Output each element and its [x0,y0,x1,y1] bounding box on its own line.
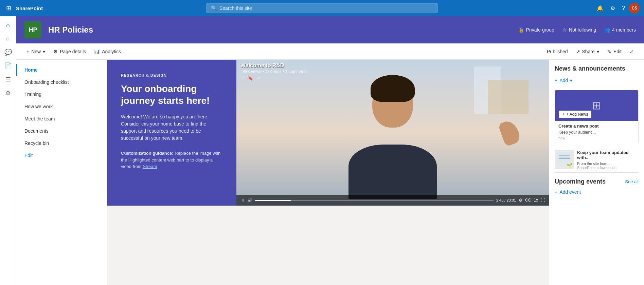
page-main-content: RESEARCH & DESIGN Your onboarding journe… [107,60,549,285]
edit-button[interactable]: ✎ Edit [604,47,625,56]
top-nav-right: 🔔 ⚙ ? CS [594,3,640,14]
lock-icon: 🔒 [518,27,524,33]
stream-link[interactable]: Stream [143,164,157,169]
sidebar-icon-globe[interactable]: ○ [2,33,14,45]
app-name: SharePoint [16,5,43,11]
following-label: Not following [569,27,596,33]
nav-item-recyclebin[interactable]: Recycle bin [16,137,107,149]
share-icon: ↗ [576,49,580,54]
new-label: New [31,49,41,54]
see-all-events-link[interactable]: See all [625,179,639,184]
nav-item-home[interactable]: Home [16,64,107,76]
sidebar-icons: ⌂ ○ 💬 📄 ☰ ⊕ [0,16,16,285]
news-card-body: Create a news post Keep your audienc... … [555,121,638,143]
sidebar-icon-chat[interactable]: 💬 [2,46,14,58]
video-overlay: Welcome to R&D 288K views • 13K likes • … [240,62,545,81]
news-card-2: 🌱 Keep your team updated with... From th… [555,147,639,173]
search-bar: 🔍 [207,3,437,13]
video-action-icons: ♡ 🔖 ↗ [240,75,545,81]
thumb-lines [559,155,570,159]
add-plus-icon: + [555,78,557,83]
create-news-card: ⊞ + + Add News Create a news post Keep y… [555,90,639,143]
expand-button[interactable]: ⤢ [626,47,637,56]
help-icon[interactable]: ? [619,3,628,13]
hero-category: RESEARCH & DESIGN [121,73,223,77]
members-icon: 👥 [604,27,610,33]
progress-fill [255,200,291,201]
following-action[interactable]: ☆ Not following [562,27,596,33]
hero-video[interactable]: Welcome to R&D 288K views • 13K likes • … [236,60,549,206]
nav-item-training[interactable]: Training [16,88,107,100]
toolbar-right: Published ↗ Share ▾ ✎ Edit ⤢ [543,47,637,56]
nav-item-meettheteam[interactable]: Meet the team [16,113,107,125]
thumb-screen [556,152,570,163]
volume-button[interactable]: 🔊 [247,198,252,203]
video-bookmark-icon[interactable]: 🔖 [248,75,253,81]
video-like-icon[interactable]: ♡ [240,75,245,81]
plus-icon: + [26,49,29,54]
share-button[interactable]: ↗ Share ▾ [573,47,603,56]
thumb-line-1 [559,155,570,156]
analytics-label: Analytics [102,49,121,54]
pause-button[interactable]: ⏸ [240,198,245,203]
news-panel-title: News & announcements [555,65,639,72]
customization-end: . [158,164,160,169]
site-header-right: 🔒 Private group ☆ Not following 👥 4 memb… [518,27,636,33]
expand-icon: ⤢ [630,49,634,54]
news-card2-time: a few secon [597,166,617,170]
news-card2-title: Keep your team updated with... [577,150,639,160]
chevron-down-icon: ▾ [43,49,45,54]
settings-video-icon[interactable]: ⚙ [519,198,522,203]
create-news-meta: now [558,136,635,140]
video-share-icon[interactable]: ↗ [256,75,260,81]
sidebar-icon-home[interactable]: ⌂ [2,19,14,31]
nav-item-onboarding[interactable]: Onboarding checklist [16,76,107,88]
search-icon: 🔍 [211,5,217,11]
progress-bar[interactable] [255,200,494,201]
hero-body: Welcome! We are so happy you are here. C… [121,113,223,142]
cc-button[interactable]: CC [525,198,531,203]
hero-customization: Customization guidance: Replace the imag… [121,150,223,170]
nav-item-edit[interactable]: Edit [16,149,107,162]
notifications-icon[interactable]: 🔔 [594,3,606,14]
video-controls: ⏸ 🔊 2:48 / 28:01 ⚙ CC 1x ⛶ [236,195,549,206]
members-label: 4 members [612,27,636,33]
avatar[interactable]: CS [629,3,640,14]
nav-item-documents[interactable]: Documents [16,125,107,137]
fullscreen-button[interactable]: ⛶ [541,198,545,203]
add-news-label: + Add News [566,112,588,117]
customization-guidance-label: Customization guidance: [121,151,174,156]
page-details-button[interactable]: ⚙ Page details [50,47,89,56]
news-card2-thumbnail: 🌱 [555,150,574,169]
news-card2-source: SharePoint a few secon [577,166,639,170]
upcoming-events-header: Upcoming events See all [555,178,639,185]
sidebar-icon-pages[interactable]: 📄 [2,60,14,72]
share-label: Share [582,49,595,54]
add-news-button[interactable]: + + Add News [559,111,591,118]
video-title: Welcome to R&D [240,62,545,69]
members-action[interactable]: 👥 4 members [604,27,636,33]
settings-icon[interactable]: ⚙ [608,3,618,14]
star-icon: ☆ [562,27,567,33]
site-header: HP HR Policies 🔒 Private group ☆ Not fol… [16,16,644,43]
add-chevron-icon: ▾ [570,78,572,83]
right-panel: News & announcements + Add ▾ ⊞ + + Add N… [549,60,644,285]
news-card-hero-bg: ⊞ + + Add News [555,90,638,121]
new-button[interactable]: + New ▾ [23,47,49,56]
sidebar-icon-add[interactable]: ⊕ [2,87,14,99]
share-chevron-icon: ▾ [597,49,599,54]
nav-item-howwework[interactable]: How we work [16,100,107,113]
news-card2-desc: From the site hom... [577,162,639,166]
video-player: Welcome to R&D 288K views • 13K likes • … [236,60,549,206]
waffle-icon[interactable]: ⊞ [4,3,13,13]
sidebar-icon-lists[interactable]: ☰ [2,73,14,86]
search-input[interactable] [219,5,433,11]
video-controls-right: ⚙ CC 1x ⛶ [519,198,545,203]
video-stats: 288K views • 13K likes • 3 comments [240,69,545,74]
add-event-label: Add event [559,189,581,195]
content-area: Home Onboarding checklist Training How w… [16,60,644,285]
speed-label[interactable]: 1x [534,198,538,203]
add-news-dropdown[interactable]: + Add ▾ [555,76,639,84]
analytics-button[interactable]: 📊 Analytics [91,47,124,56]
add-event-button[interactable]: + Add event [555,188,639,196]
